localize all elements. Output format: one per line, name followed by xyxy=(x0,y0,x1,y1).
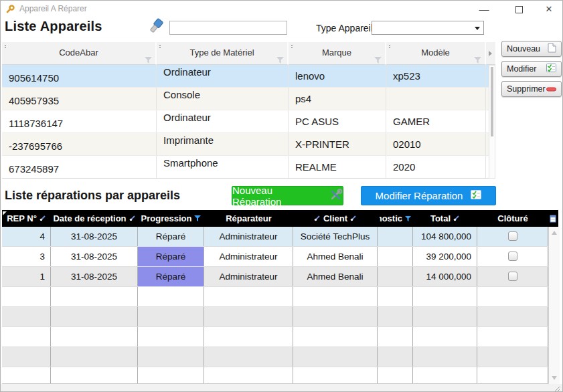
cell-date[interactable]: 31-08-2025 xyxy=(51,267,138,286)
cell-type[interactable]: Console xyxy=(157,88,289,110)
cell-reparateur[interactable]: Administrateur xyxy=(204,247,293,266)
cell-diagnostic[interactable] xyxy=(378,227,413,246)
type-filter-combobox[interactable] xyxy=(372,21,484,35)
cell-marque[interactable]: lenovo xyxy=(289,65,386,87)
devices-table-header: CodeAbar Type de Matériel Marque Modèle xyxy=(2,42,495,65)
column-header-total[interactable]: Total xyxy=(413,210,477,227)
cell-marque[interactable]: ps4 xyxy=(289,88,386,110)
cell-total[interactable]: 14 000,000 xyxy=(413,267,477,286)
cell-cloture[interactable] xyxy=(477,227,548,246)
cell-total[interactable]: 104 800,000 xyxy=(413,227,477,246)
column-header-date[interactable]: Date de réception xyxy=(51,210,138,227)
cloture-checkbox[interactable] xyxy=(508,252,517,261)
column-header-progression[interactable]: Progression xyxy=(138,210,204,227)
cell-type[interactable]: Ordinateur xyxy=(157,110,289,132)
cell-modele[interactable]: xp523 xyxy=(386,65,486,87)
cell-progression[interactable]: Réparé xyxy=(138,227,204,246)
cloture-checkbox[interactable] xyxy=(508,231,517,241)
cell-codeabar[interactable]: -237695766 xyxy=(2,133,157,155)
cell-type[interactable]: Imprimante xyxy=(157,133,289,155)
resize-grip[interactable] xyxy=(552,385,560,392)
devices-vertical-scrollbar[interactable] xyxy=(489,65,495,179)
cell-cloture[interactable] xyxy=(477,267,548,286)
column-header-marque[interactable]: Marque xyxy=(289,42,386,65)
filter-funnel-icon[interactable] xyxy=(194,213,201,223)
cell-reparateur[interactable]: Administrateur xyxy=(204,267,293,286)
repair-row[interactable]: 4 31-08-2025 Réparé Administrateur Socié… xyxy=(2,227,558,247)
cell-codeabar[interactable]: 1118736147 xyxy=(2,110,157,132)
column-header-modele[interactable]: Modèle xyxy=(386,42,486,65)
device-row-selected[interactable]: 905614750 Ordinateur lenovo xp523 xyxy=(2,65,495,88)
filter-funnel-icon[interactable] xyxy=(276,50,284,72)
cell-type[interactable]: Smartphone xyxy=(157,156,289,178)
cell-marque[interactable]: X-PRINTER xyxy=(289,133,386,155)
new-repair-button[interactable]: Nouveau Réparation xyxy=(232,186,343,205)
cell-modele[interactable] xyxy=(386,88,486,110)
repairs-vertical-scrollbar[interactable] xyxy=(548,227,560,384)
cell-codeabar[interactable]: 673245897 xyxy=(2,156,157,178)
maximize-button[interactable] xyxy=(504,1,534,17)
modifier-button[interactable]: Modifier xyxy=(501,61,562,77)
cell-modele[interactable]: 02010 xyxy=(386,133,486,155)
cell-progression[interactable]: Réparé xyxy=(138,267,204,286)
cell-modele[interactable]: 2020 xyxy=(386,156,486,178)
filter-funnel-icon[interactable] xyxy=(474,50,481,72)
empty-cell xyxy=(204,367,293,383)
cell-cloture[interactable] xyxy=(477,247,548,266)
cell-client[interactable]: Société TechPlus xyxy=(293,227,378,246)
close-button[interactable]: ✕ xyxy=(534,1,563,17)
empty-cell xyxy=(477,327,548,347)
repair-row[interactable]: 1 31-08-2025 Réparé Administrateur Ahmed… xyxy=(2,267,558,287)
filter-funnel-icon[interactable] xyxy=(374,50,382,72)
cell-client[interactable]: Ahmed Benali xyxy=(293,247,378,266)
empty-cell xyxy=(413,307,477,326)
device-row[interactable]: 673245897 Smartphone REALME 2020 xyxy=(2,156,495,179)
column-header-client[interactable]: Client xyxy=(293,210,378,227)
cell-total[interactable]: 39 200,000 xyxy=(413,247,477,266)
supprimer-button[interactable]: Supprimer xyxy=(501,81,562,97)
cell-rep-no[interactable]: 3 xyxy=(2,247,51,266)
filter-funnel-icon[interactable] xyxy=(405,213,411,223)
cell-codeabar[interactable]: 905614750 xyxy=(2,65,157,87)
cell-codeabar[interactable]: 405957935 xyxy=(2,88,157,110)
device-row[interactable]: 405957935 Console ps4 xyxy=(2,88,495,110)
minimize-button[interactable]: — xyxy=(469,1,499,17)
tools-icon xyxy=(329,189,343,203)
empty-cell xyxy=(204,307,293,326)
filter-funnel-icon[interactable] xyxy=(145,50,152,72)
column-chooser-icon[interactable] xyxy=(548,210,558,227)
cell-diagnostic[interactable] xyxy=(378,247,413,266)
column-header-codeabar[interactable]: CodeAbar xyxy=(2,42,157,65)
cell-date[interactable]: 31-08-2025 xyxy=(51,227,138,246)
scroll-more-columns[interactable] xyxy=(486,42,495,65)
cell-progression[interactable]: Réparé xyxy=(138,247,204,266)
nouveau-button[interactable]: Nouveau xyxy=(501,41,562,57)
column-header-diagnostic[interactable]: Diagnostic xyxy=(378,210,413,227)
cell-marque[interactable]: REALME xyxy=(289,156,386,178)
scroll-up-icon[interactable] xyxy=(552,231,557,235)
tool-icon xyxy=(314,213,321,223)
barcode-search-input[interactable] xyxy=(169,21,287,35)
column-header-type[interactable]: Type de Matériel xyxy=(157,42,289,65)
empty-cell xyxy=(293,327,378,347)
cell-modele[interactable]: GAMER xyxy=(386,110,486,132)
column-header-cloture[interactable]: Clôturé xyxy=(477,210,548,227)
column-header-rep-no[interactable]: REP N° xyxy=(2,210,51,227)
drag-dots-icon xyxy=(5,45,6,46)
cell-rep-no[interactable]: 4 xyxy=(2,227,51,246)
cell-client[interactable]: Ahmed Benali xyxy=(293,267,378,286)
cloture-checkbox[interactable] xyxy=(508,272,517,281)
cell-diagnostic[interactable] xyxy=(378,267,413,286)
cell-marque[interactable]: PC ASUS xyxy=(289,110,386,132)
device-row[interactable]: -237695766 Imprimante X-PRINTER 02010 xyxy=(2,133,495,156)
cell-reparateur[interactable]: Administrateur xyxy=(204,227,293,246)
cell-type[interactable]: Ordinateur xyxy=(157,65,289,87)
repair-row[interactable]: 3 31-08-2025 Réparé Administrateur Ahmed… xyxy=(2,247,558,267)
cell-date[interactable]: 31-08-2025 xyxy=(51,247,138,266)
device-row[interactable]: 1118736147 Ordinateur PC ASUS GAMER xyxy=(2,110,495,133)
cell-rep-no[interactable]: 1 xyxy=(2,267,51,286)
column-header-reparateur[interactable]: Réparateur xyxy=(204,210,293,227)
scroll-down-icon[interactable] xyxy=(552,376,557,380)
scrollbar-thumb[interactable] xyxy=(491,67,493,136)
edit-repair-button[interactable]: Modifier Réparation xyxy=(361,186,496,205)
